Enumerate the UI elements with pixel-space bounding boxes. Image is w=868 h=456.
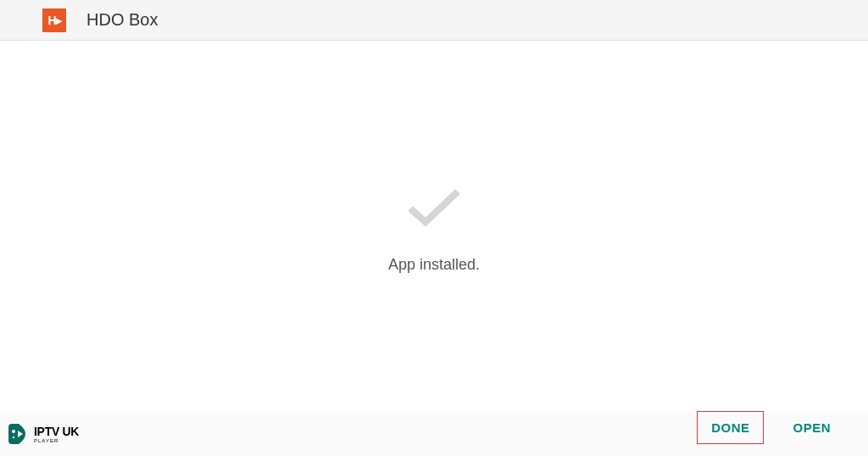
watermark-text: IPTV UK PLAYER [34, 425, 79, 443]
watermark-play-icon [7, 424, 31, 444]
header-bar: H▸ HDO Box [0, 0, 868, 41]
app-icon: H▸ [42, 8, 66, 32]
open-button[interactable]: OPEN [779, 412, 844, 443]
footer-actions: DONE OPEN [697, 411, 844, 444]
done-button[interactable]: DONE [697, 411, 764, 444]
watermark-logo: IPTV UK PLAYER [7, 424, 79, 444]
watermark-main-text: IPTV UK [34, 425, 79, 437]
status-text: App installed. [388, 256, 480, 274]
watermark-sub-text: PLAYER [34, 438, 79, 443]
main-content: App installed. [0, 41, 868, 414]
svg-point-0 [12, 430, 15, 433]
app-title: HDO Box [86, 10, 158, 30]
app-icon-letter: H▸ [47, 14, 60, 27]
checkmark-icon [400, 181, 468, 236]
svg-point-1 [13, 437, 14, 438]
